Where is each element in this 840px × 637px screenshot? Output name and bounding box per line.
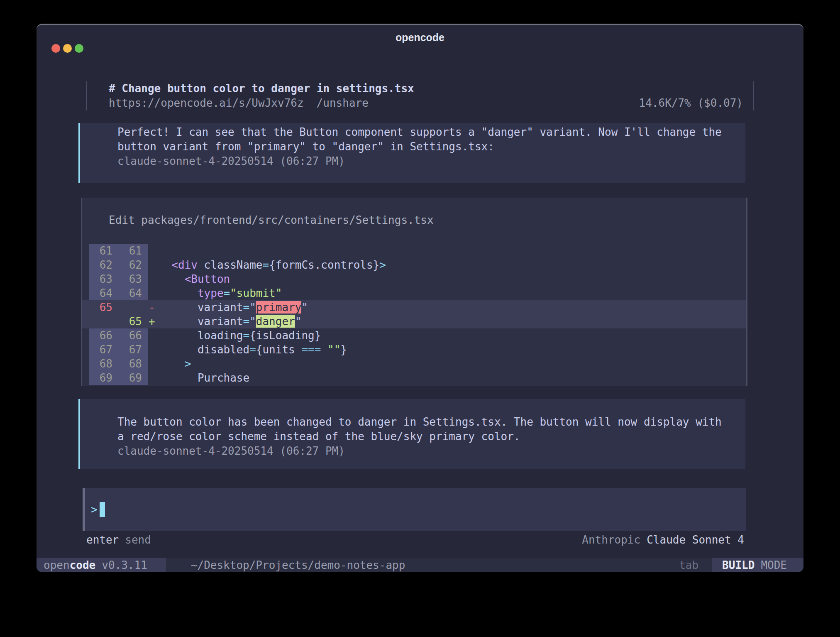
minimize-button[interactable] xyxy=(63,44,72,53)
gutter-spacer xyxy=(82,286,89,300)
gutter-spacer xyxy=(82,343,89,357)
unshare-action[interactable]: /unshare xyxy=(317,97,369,109)
send-hint: entersend xyxy=(86,533,151,547)
line-number-old: 66 xyxy=(89,328,118,343)
provider-label: Anthropic xyxy=(582,534,640,546)
enter-key-label: enter xyxy=(86,534,119,546)
line-number-old: 69 xyxy=(89,371,118,385)
assistant-message: Perfect! I can see that the Button compo… xyxy=(78,123,745,183)
message-meta: claude-sonnet-4-20250514 (06:27 PM) xyxy=(117,444,745,458)
diff-sign xyxy=(148,272,159,286)
assistant-message: The button color has been changed to dan… xyxy=(78,399,745,469)
edit-tool-card: Edit packages/frontend/src/containers/Se… xyxy=(81,198,747,386)
model-label: Claude Sonnet 4 xyxy=(647,534,744,546)
gutter-spacer xyxy=(82,314,89,328)
gutter-spacer xyxy=(82,272,89,286)
status-bar: opencodev0.3.11 ~/Desktop/Projects/demo-… xyxy=(37,558,803,572)
window-title: opencode xyxy=(37,32,803,44)
diff-sign: - xyxy=(148,300,159,314)
diff-sign: + xyxy=(148,314,159,328)
line-number-new xyxy=(118,300,148,314)
code-line: disabled={units === ""} xyxy=(159,343,347,357)
diff-row: 65- variant="primary" xyxy=(82,300,746,314)
diff-row: 6969 Purchase xyxy=(82,371,746,385)
cwd-label: ~/Desktop/Projects/demo-notes-app xyxy=(191,558,405,572)
mode-area: tab BUILDMODE xyxy=(679,558,803,572)
line-number-old: 68 xyxy=(89,357,118,371)
app-name-regular: open xyxy=(44,559,70,571)
zoom-button[interactable] xyxy=(75,44,83,53)
send-action-label: send xyxy=(125,534,151,546)
code-line: variant="danger" xyxy=(159,314,301,328)
diff-sign xyxy=(148,286,159,300)
line-number-new: 65 xyxy=(118,314,148,328)
terminal-window: opencode # Change button color to danger… xyxy=(37,24,803,572)
diff-row: 6868 > xyxy=(82,357,746,371)
line-number-new: 67 xyxy=(118,343,148,357)
diff-sign xyxy=(148,244,159,258)
gutter-spacer xyxy=(82,371,89,385)
line-number-old: 67 xyxy=(89,343,118,357)
tab-key-hint[interactable]: tab xyxy=(679,558,698,572)
session-header: # Change button color to danger in setti… xyxy=(86,81,754,110)
line-number-old: 62 xyxy=(89,258,118,272)
app-name-bold: code xyxy=(70,559,96,571)
gutter-spacer xyxy=(82,258,89,272)
gutter-spacer xyxy=(82,357,89,371)
mode-badge[interactable]: BUILDMODE xyxy=(712,558,803,572)
code-line: <Button xyxy=(159,272,230,286)
line-number-new: 66 xyxy=(118,328,148,343)
share-info: https://opencode.ai/s/UwJxv76z/unshare xyxy=(109,96,369,110)
version-label: v0.3.11 xyxy=(102,559,147,571)
gutter-spacer xyxy=(82,328,89,343)
mode-label: MODE xyxy=(761,559,787,571)
line-number-new: 64 xyxy=(118,286,148,300)
gutter-spacer xyxy=(82,244,89,258)
code-line: loading={isLoading} xyxy=(159,328,321,343)
footer-hints: entersend AnthropicClaude Sonnet 4 xyxy=(86,533,744,547)
diff-sign xyxy=(148,343,159,357)
line-number-old: 65 xyxy=(89,300,118,314)
prompt-symbol: > xyxy=(91,503,98,516)
diff-row: 65+ variant="danger" xyxy=(82,314,746,328)
context-stats: 14.6K/7% ($0.07) xyxy=(639,96,743,110)
gutter-spacer xyxy=(82,300,89,314)
line-number-new: 68 xyxy=(118,357,148,371)
share-url[interactable]: https://opencode.ai/s/UwJxv76z xyxy=(109,97,304,109)
line-number-new: 69 xyxy=(118,371,148,385)
code-line: Purchase xyxy=(159,371,249,385)
line-number-old: 64 xyxy=(89,286,118,300)
message-line: Perfect! I can see that the Button compo… xyxy=(117,125,745,140)
code-line: > xyxy=(159,357,191,371)
line-number-old: 61 xyxy=(89,244,118,258)
code-line: <div className={formCs.controls}> xyxy=(159,258,386,272)
diff-row: 6464 type="submit" xyxy=(82,286,746,300)
diff-row: 6363 <Button xyxy=(82,272,746,286)
diff: 61616262 <div className={formCs.controls… xyxy=(82,244,746,385)
message-line: a red/rose color scheme instead of the b… xyxy=(117,429,745,444)
edit-tool-header: Edit packages/frontend/src/containers/Se… xyxy=(82,213,746,228)
model-indicator: AnthropicClaude Sonnet 4 xyxy=(582,533,744,547)
app-badge: opencodev0.3.11 xyxy=(37,558,166,572)
diff-row: 6666 loading={isLoading} xyxy=(82,328,746,343)
mode-name: BUILD xyxy=(722,559,755,571)
prompt-input[interactable]: > xyxy=(85,488,746,531)
diff-row: 6161 xyxy=(82,244,746,258)
diff-sign xyxy=(148,371,159,385)
message-meta: claude-sonnet-4-20250514 (06:27 PM) xyxy=(117,154,745,169)
diff-row: 6767 disabled={units === ""} xyxy=(82,343,746,357)
diff-row: 6262 <div className={formCs.controls}> xyxy=(82,258,746,272)
diff-sign xyxy=(148,328,159,343)
text-cursor xyxy=(100,502,105,517)
diff-sign xyxy=(148,258,159,272)
code-line: type="submit" xyxy=(159,286,282,300)
line-number-new: 61 xyxy=(118,244,148,258)
message-line: The button color has been changed to dan… xyxy=(117,415,745,429)
session-title: # Change button color to danger in setti… xyxy=(109,81,743,96)
close-button[interactable] xyxy=(51,44,60,53)
line-number-old xyxy=(89,314,118,328)
line-number-new: 62 xyxy=(118,258,148,272)
code-line: variant="primary" xyxy=(159,300,308,314)
line-number-old: 63 xyxy=(89,272,118,286)
session-meta-row: https://opencode.ai/s/UwJxv76z/unshare 1… xyxy=(109,96,743,110)
